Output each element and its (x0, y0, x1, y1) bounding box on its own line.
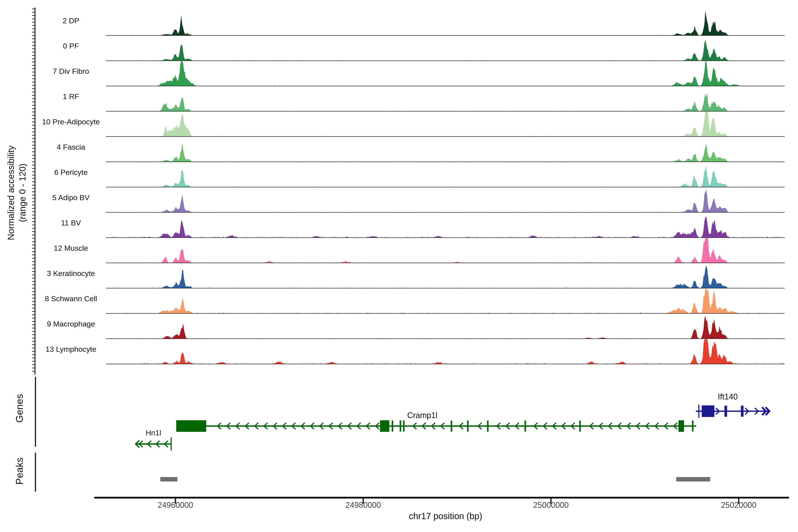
track-label-0-pf: 0 PF (4, 41, 137, 50)
track-signal-area (106, 265, 785, 288)
track-signal-area (106, 40, 785, 61)
track-label-6-pericyte: 6 Pericyte (4, 168, 137, 177)
exon-tick (579, 420, 581, 432)
x-tick-24980000: 24980000 (319, 500, 407, 510)
accessibility-track (106, 217, 785, 238)
exon-tick (451, 420, 452, 432)
accessibility-track (106, 61, 785, 86)
peak-region-bar (676, 477, 710, 481)
track-label-10-pre-adipocyte: 10 Pre-Adipocyte (4, 117, 137, 126)
exon-tick (403, 420, 404, 432)
x-tick-25020000: 25020000 (694, 500, 783, 510)
exon-tick (724, 406, 727, 417)
track-signal-area (106, 11, 785, 36)
genome-browser-figure: Normalized accessibility (range 0 - 120)… (0, 0, 798, 532)
track-label-9-macrophage: 9 Macrophage (4, 319, 137, 328)
accessibility-track (106, 112, 785, 136)
gene-model-cramp1l (176, 420, 696, 432)
exon-box (679, 420, 684, 432)
exon-tick (525, 420, 526, 432)
track-signal-area (106, 61, 785, 86)
accessibility-track (106, 238, 785, 263)
accessibility-track (106, 289, 785, 314)
accessibility-track (106, 11, 785, 36)
track-signal-area (106, 217, 785, 238)
track-signal-area (106, 316, 785, 339)
x-tick-24960000: 24960000 (131, 500, 220, 510)
track-label-13-lymphocyte: 13 Lymphocyte (4, 345, 137, 354)
track-signal-area (106, 143, 785, 162)
track-signal-area (106, 93, 785, 111)
accessibility-track (106, 143, 785, 162)
track-label-8-schwann-cell: 8 Schwann Cell (4, 294, 137, 303)
gene-label-ift140: Ift140 (661, 392, 794, 401)
exon-tick (392, 420, 393, 432)
track-label-11-bv: 11 BV (4, 218, 137, 227)
gene-label-cramp1l: Cramp1l (356, 411, 489, 420)
genes-section-label: Genes (14, 375, 25, 441)
exon-box (702, 405, 715, 417)
track-signal-area (106, 238, 785, 263)
accessibility-track (106, 93, 785, 111)
exon-tick (467, 420, 469, 432)
accessibility-track (106, 339, 785, 364)
accessibility-track (106, 165, 785, 187)
track-signal-area (106, 189, 785, 212)
accessibility-track (106, 265, 785, 288)
track-label-7-div-fibro: 7 Div Fibro (4, 67, 137, 76)
accessibility-track (106, 316, 785, 339)
track-signal-area (106, 339, 785, 364)
track-label-3-keratinocyte: 3 Keratinocyte (4, 269, 137, 278)
exon-box (380, 420, 389, 432)
peak-region-bar (160, 477, 177, 481)
gene-label-hn1l: Hn1l (109, 429, 198, 437)
gene-model-ift140 (696, 404, 770, 418)
track-label-12-muscle: 12 Muscle (4, 244, 137, 252)
track-label-2-dp: 2 DP (4, 16, 137, 25)
exon-tick (692, 420, 694, 432)
gene-model-hn1l (135, 437, 171, 451)
accessibility-track (106, 40, 785, 61)
x-tick-25000000: 25000000 (507, 500, 595, 510)
track-label-5-adipo-bv: 5 Adipo BV (4, 193, 137, 202)
track-signal-area (106, 112, 785, 136)
track-label-1-rf: 1 RF (4, 92, 137, 101)
exon-tick (400, 420, 401, 432)
figure-canvas (0, 0, 798, 532)
exon-tick (487, 420, 489, 432)
accessibility-track (106, 189, 785, 212)
x-axis-title: chr17 position (bp) (335, 511, 556, 521)
track-signal-area (106, 165, 785, 187)
peaks-section-label: Peaks (14, 438, 25, 504)
track-signal-area (106, 289, 785, 314)
track-label-4-fascia: 4 Fascia (4, 142, 137, 151)
exon-tick (741, 406, 743, 417)
